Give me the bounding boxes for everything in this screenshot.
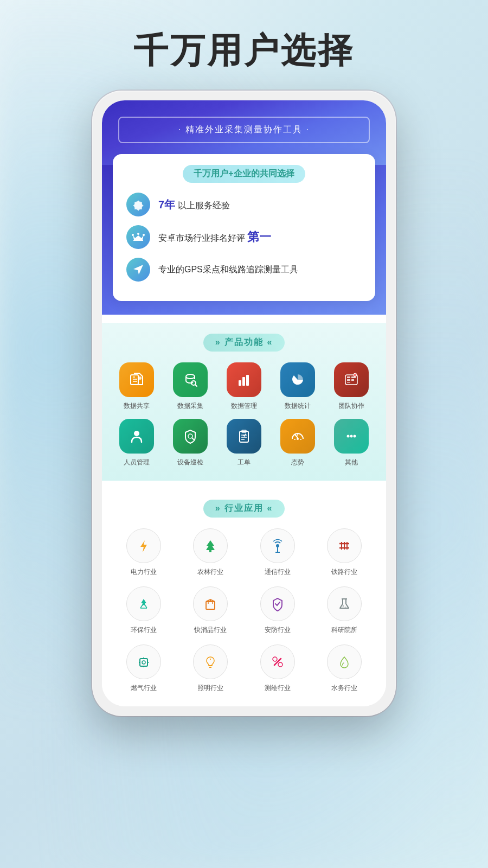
card-bg: 千万用户+企业的共同选择 7年 以上服务经验 bbox=[102, 154, 386, 315]
industry-item-telecom[interactable]: 通信行业 bbox=[247, 528, 309, 577]
power-icon-circle bbox=[126, 528, 161, 563]
svg-rect-43 bbox=[206, 602, 215, 609]
product-title-wrapper: » 产品功能 « bbox=[113, 334, 375, 352]
crown-icon bbox=[131, 230, 145, 244]
stats-icon-circle bbox=[280, 362, 315, 397]
product-icon-grid-row2: 人员管理 设备巡检 bbox=[113, 419, 375, 467]
feature-icon-years bbox=[126, 193, 150, 216]
collect-icon-circle bbox=[173, 362, 208, 397]
card-title-wrapper: 千万用户+企业的共同选择 bbox=[126, 165, 362, 183]
industry-item-security[interactable]: 安防行业 bbox=[247, 586, 309, 635]
product-section-title: » 产品功能 « bbox=[203, 334, 285, 352]
tools-icon bbox=[270, 654, 285, 669]
industry-item-power[interactable]: 电力行业 bbox=[113, 528, 175, 577]
svg-point-35 bbox=[276, 544, 279, 547]
lightbulb-icon bbox=[203, 654, 218, 669]
database-search-icon bbox=[182, 372, 198, 388]
product-item-collect[interactable]: 数据采集 bbox=[166, 362, 215, 411]
forest-icon bbox=[203, 538, 218, 553]
industry-title-wrapper: » 行业应用 « bbox=[113, 500, 375, 518]
product-item-share[interactable]: 数据共享 bbox=[113, 362, 161, 411]
more-label: 其他 bbox=[345, 458, 358, 467]
svg-rect-13 bbox=[347, 379, 350, 381]
svg-point-3 bbox=[143, 234, 145, 236]
card-title-badge: 千万用户+企业的共同选择 bbox=[183, 165, 305, 183]
banner-text: · 精准外业采集测量协作工具 · bbox=[178, 124, 310, 136]
industry-item-env[interactable]: 环保行业 bbox=[113, 586, 175, 635]
product-item-stats[interactable]: 数据统计 bbox=[273, 362, 322, 411]
railway-label: 铁路行业 bbox=[331, 567, 357, 577]
phone-container: · 精准外业采集测量协作工具 · 千万用户+企业的共同选择 bbox=[0, 91, 488, 716]
industry-item-research[interactable]: 科研院所 bbox=[314, 586, 376, 635]
product-item-team[interactable]: ! 团队协作 bbox=[327, 362, 375, 411]
svg-point-19 bbox=[134, 431, 139, 436]
env-label: 环保行业 bbox=[131, 626, 157, 635]
user-icon bbox=[129, 428, 145, 444]
more-icon-circle bbox=[334, 419, 369, 454]
env-icon-circle bbox=[126, 586, 161, 621]
team-icon-circle: ! bbox=[334, 362, 369, 397]
lighting-label: 照明行业 bbox=[197, 684, 223, 693]
industry-item-gas[interactable]: 燃气行业 bbox=[113, 644, 175, 693]
phone-mockup: · 精准外业采集测量协作工具 · 千万用户+企业的共同选择 bbox=[92, 91, 396, 716]
svg-point-32 bbox=[346, 435, 349, 438]
industry-row3: 燃气行业 照明行业 bbox=[113, 644, 375, 693]
svg-rect-14 bbox=[347, 382, 350, 383]
industry-row1: 电力行业 农林行业 bbox=[113, 528, 375, 577]
page-title-section: 千万用户选择 bbox=[0, 0, 488, 91]
svg-point-33 bbox=[350, 435, 352, 438]
telecom-label: 通信行业 bbox=[265, 567, 291, 577]
svg-point-60 bbox=[273, 657, 277, 661]
industry-item-railway[interactable]: 铁路行业 bbox=[314, 528, 376, 577]
feature-icon-gps bbox=[126, 258, 150, 282]
clipboard-icon bbox=[236, 428, 252, 444]
survey-icon-circle bbox=[260, 644, 295, 679]
personnel-icon-circle bbox=[119, 419, 154, 454]
industry-section: » 行业应用 « 电力行业 bbox=[102, 489, 386, 706]
page-title: 千万用户选择 bbox=[0, 27, 488, 74]
product-item-workorder[interactable]: 工单 bbox=[220, 419, 268, 467]
svg-point-48 bbox=[343, 605, 344, 607]
svg-point-6 bbox=[186, 374, 195, 379]
svg-rect-4 bbox=[131, 375, 138, 385]
industry-item-fmcg[interactable]: 快消品行业 bbox=[180, 586, 242, 635]
svg-rect-16 bbox=[351, 379, 354, 381]
power-label: 电力行业 bbox=[131, 567, 157, 577]
svg-text:!: ! bbox=[355, 374, 355, 377]
feature-item-gps: 专业的GPS采点和线路追踪测量工具 bbox=[126, 258, 362, 282]
product-item-inspection[interactable]: 设备巡检 bbox=[166, 419, 215, 467]
svg-rect-12 bbox=[347, 376, 350, 378]
manage-label: 数据管理 bbox=[231, 401, 257, 411]
share-label: 数据共享 bbox=[124, 401, 150, 411]
survey-label: 测绘行业 bbox=[265, 684, 291, 693]
product-item-manage[interactable]: 数据管理 bbox=[220, 362, 268, 411]
feature-item-years: 7年 以上服务经验 bbox=[126, 193, 362, 216]
personnel-label: 人员管理 bbox=[124, 458, 150, 467]
railway-icon bbox=[337, 538, 352, 553]
pie-chart-icon bbox=[290, 372, 306, 388]
shield-search-icon bbox=[182, 428, 198, 444]
inspection-icon-circle bbox=[173, 419, 208, 454]
workorder-label: 工单 bbox=[237, 458, 251, 467]
railway-icon-circle bbox=[327, 528, 362, 563]
industry-item-survey[interactable]: 测绘行业 bbox=[247, 644, 309, 693]
phone-screen: · 精准外业采集测量协作工具 · 千万用户+企业的共同选择 bbox=[102, 100, 386, 706]
telecom-icon-circle bbox=[260, 528, 295, 563]
product-item-situation[interactable]: 态势 bbox=[273, 419, 322, 467]
star-flower-icon bbox=[132, 198, 145, 211]
svg-point-34 bbox=[353, 435, 356, 438]
gauge-meter-icon bbox=[136, 654, 151, 669]
shield-icon bbox=[270, 596, 285, 611]
svg-rect-9 bbox=[242, 377, 245, 386]
feature-text-gps: 专业的GPS采点和线路追踪测量工具 bbox=[158, 264, 298, 276]
card-title-text: 千万用户+企业的共同选择 bbox=[194, 169, 294, 178]
bar-chart-icon bbox=[236, 372, 252, 388]
industry-item-lighting[interactable]: 照明行业 bbox=[180, 644, 242, 693]
industry-item-water[interactable]: 水务行业 bbox=[314, 644, 376, 693]
industry-item-forest[interactable]: 农林行业 bbox=[180, 528, 242, 577]
product-item-more[interactable]: 其他 bbox=[327, 419, 375, 467]
antenna-icon bbox=[270, 538, 285, 553]
product-item-personnel[interactable]: 人员管理 bbox=[113, 419, 161, 467]
svg-line-59 bbox=[274, 659, 281, 665]
navigate-icon bbox=[132, 263, 145, 276]
